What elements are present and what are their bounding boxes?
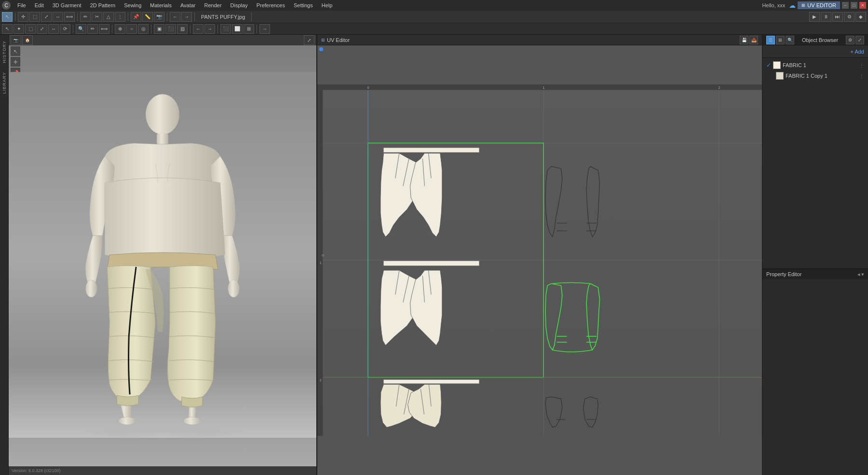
property-editor-section: Property Editor ◂ ▾: [762, 268, 868, 475]
tool2-3[interactable]: ⬚: [25, 24, 36, 34]
tool-pen[interactable]: ✏: [80, 12, 91, 22]
tool2-14[interactable]: ⬛: [165, 24, 176, 34]
tool-select[interactable]: ↖: [2, 12, 13, 22]
property-expand-icon[interactable]: ▾: [861, 271, 864, 278]
svg-point-1: [76, 419, 249, 438]
svg-point-7: [184, 417, 201, 425]
tool-seam[interactable]: ⋮: [115, 12, 125, 22]
tool2-15[interactable]: ▥: [177, 24, 188, 34]
menu-2d-pattern[interactable]: 2D Pattern: [86, 1, 120, 9]
uv-editor-header: ⊞ UV Editor 💾 📤: [317, 35, 762, 45]
tool2-2[interactable]: ✦: [14, 24, 24, 34]
tool2-7[interactable]: 🔍: [76, 24, 86, 34]
menu-settings[interactable]: Settings: [290, 1, 317, 9]
menu-display[interactable]: Display: [227, 1, 252, 9]
uv-tab-icon: ⊞: [801, 3, 805, 8]
win-close-btn[interactable]: ✕: [859, 2, 866, 9]
tool2-13[interactable]: ▣: [154, 24, 164, 34]
right-panel-title: ☰ ⊞ 🔍 Object Browser ⚙ ⤢: [762, 35, 868, 45]
uv-header-btns: 💾 📤: [740, 36, 758, 44]
tool-edit[interactable]: △: [103, 12, 114, 22]
tool-scale[interactable]: ⤢: [41, 12, 52, 22]
tool2-4[interactable]: ⤢: [37, 24, 47, 34]
menu-sewing[interactable]: Sewing: [120, 1, 145, 9]
rp-tool-search[interactable]: 🔍: [786, 36, 794, 44]
tool-pin[interactable]: 📌: [131, 12, 141, 22]
menu-render[interactable]: Render: [201, 1, 226, 9]
sep4: [167, 13, 167, 21]
tool2-6[interactable]: ⟳: [60, 24, 70, 34]
fabric1copy-item[interactable]: FABRIC 1 Copy 1 ⋮: [764, 70, 866, 81]
tool-rotate[interactable]: ⬚: [29, 12, 40, 22]
menu-file[interactable]: File: [14, 1, 30, 9]
uv-editor-canvas[interactable]: 0 1 2 0 1 2: [317, 45, 762, 475]
fabric1-item[interactable]: ✓ FABRIC 1 ⋮: [764, 60, 866, 70]
svg-point-2: [146, 94, 179, 135]
tool2-17[interactable]: →: [204, 24, 215, 34]
rp-tool-settings[interactable]: ⚙: [846, 36, 854, 44]
tool2-8[interactable]: ✏: [87, 24, 98, 34]
uv-editor-tab[interactable]: ⊞ UV EDITOR: [798, 1, 840, 9]
tool-stop[interactable]: ⏸: [821, 12, 831, 22]
tool-play[interactable]: ▶: [809, 12, 820, 22]
add-fabric-btn[interactable]: + Add: [849, 49, 866, 55]
menu-avatar[interactable]: Avatar: [176, 1, 200, 9]
svg-text:1: 1: [542, 85, 544, 90]
tool2-10[interactable]: ⊕: [115, 24, 125, 34]
tool2-1[interactable]: ↖: [2, 24, 13, 34]
fabric1-options[interactable]: ⋮: [859, 63, 864, 68]
sep2: [77, 13, 78, 21]
property-collapse-icon[interactable]: ◂: [857, 271, 860, 278]
menu-preferences[interactable]: Preferences: [253, 1, 289, 9]
uv-btn-export[interactable]: 📤: [749, 36, 758, 44]
right-panel-content: ✓ FABRIC 1 ⋮ FABRIC 1 Copy 1 ⋮: [762, 58, 868, 268]
menu-materials[interactable]: Materials: [146, 1, 176, 9]
tool-quality[interactable]: ◆: [855, 12, 866, 22]
sep6: [251, 13, 252, 21]
tool2-21[interactable]: →: [259, 24, 270, 34]
uv-header-label: UV Editor: [327, 37, 350, 43]
property-editor-header[interactable]: Property Editor ◂ ▾: [762, 269, 868, 279]
svg-text:1: 1: [320, 261, 322, 265]
tool-cut[interactable]: ✂: [92, 12, 102, 22]
tool2-9[interactable]: ⟺: [99, 24, 109, 34]
tool-move[interactable]: ✛: [18, 12, 28, 22]
tool2-19[interactable]: ⬜: [232, 24, 243, 34]
tool-mirror[interactable]: ↔: [53, 12, 63, 22]
tool-back[interactable]: ←: [170, 12, 180, 22]
svg-point-4: [86, 280, 97, 297]
tool-measure[interactable]: 📏: [142, 12, 153, 22]
menu-edit[interactable]: Edit: [31, 1, 48, 9]
tool-forward[interactable]: →: [181, 12, 192, 22]
toolbar2: ↖ ✦ ⬚ ⤢ ↔ ⟳ 🔍 ✏ ⟺ ⊕ ○ ◎ ▣ ⬛ ▥ ← → ⬛ ⬜ ⊞ …: [0, 23, 868, 35]
tool2-18[interactable]: ⬛: [220, 24, 231, 34]
tool2-16[interactable]: ←: [193, 24, 203, 34]
sidebar-history[interactable]: HISTORY: [1, 37, 8, 67]
app-logo[interactable]: C: [2, 1, 11, 10]
sidebar-library[interactable]: LIBRARY: [1, 68, 8, 98]
tool2-12[interactable]: ◎: [138, 24, 149, 34]
viewport-3d[interactable]: 📷 🏠 ⤢ ↖ ✛ 📌 ⚡ ◈ ✂ 📏 👤 🏃: [9, 35, 317, 475]
win-minimize-btn[interactable]: −: [842, 2, 849, 9]
uv-btn-save[interactable]: 💾: [740, 36, 748, 44]
menu-help[interactable]: Help: [318, 1, 337, 9]
menu-right-area: Hello, xxx ☁ ⊞ UV EDITOR − □ ✕: [760, 0, 868, 11]
tool2-5[interactable]: ↔: [48, 24, 59, 34]
tool-sym[interactable]: ⟺: [64, 12, 75, 22]
tool-camera[interactable]: 📷: [154, 12, 164, 22]
fabric1copy-options[interactable]: ⋮: [859, 73, 864, 79]
tool2-20[interactable]: ⊞: [244, 24, 254, 34]
cloud-icon[interactable]: ☁: [789, 1, 796, 9]
rp-tool-expand[interactable]: ⤢: [855, 36, 864, 44]
svg-text:0: 0: [367, 85, 369, 90]
rp-tool-tree[interactable]: ⊞: [776, 36, 785, 44]
win-maximize-btn[interactable]: □: [851, 2, 857, 9]
fabric1-swatch: [773, 61, 781, 69]
menu-3d-garment[interactable]: 3D Garment: [49, 1, 85, 9]
tool-next[interactable]: ⏭: [832, 12, 843, 22]
left-sidebar: HISTORY LIBRARY: [0, 35, 9, 475]
tool2-11[interactable]: ○: [126, 24, 137, 34]
tool-settings[interactable]: ⚙: [844, 12, 854, 22]
rp-tool-list[interactable]: ☰: [766, 36, 775, 44]
right-panel-header-content: ☰ ⊞ 🔍 Object Browser ⚙ ⤢: [766, 36, 864, 44]
